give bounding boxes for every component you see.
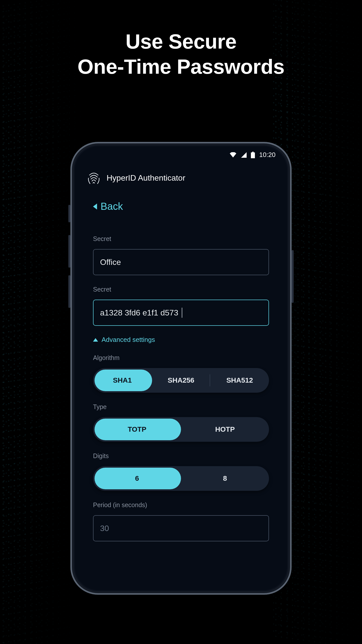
phone-side-button <box>292 250 294 303</box>
form-content: Back Secret Office Secret a1328 3fd6 e1f… <box>93 197 269 590</box>
period-input[interactable]: 30 <box>93 515 269 541</box>
advanced-label: Advanced settings <box>102 336 155 344</box>
promo-headline-line2: One-Time Passwords <box>77 55 284 78</box>
phone-frame: 10:20 HyperID Authenticator <box>70 142 292 595</box>
back-button[interactable]: Back <box>93 201 123 212</box>
secret-value: a1328 3fd6 e1f1 d573 <box>100 308 178 317</box>
algorithm-option-sha512[interactable]: SHA512 <box>210 368 269 393</box>
field-label-algorithm: Algorithm <box>93 354 269 361</box>
chevron-up-icon <box>93 338 98 342</box>
phone-screen: 10:20 HyperID Authenticator <box>75 146 287 590</box>
digits-selector: 6 8 <box>93 466 269 491</box>
fingerprint-icon <box>86 171 101 185</box>
algorithm-selector: SHA1 SHA256 SHA512 <box>93 368 269 393</box>
type-option-hotp[interactable]: HOTP <box>181 417 269 442</box>
wifi-icon <box>230 152 237 158</box>
field-label-name: Secret <box>93 235 269 243</box>
period-value: 30 <box>100 524 109 533</box>
digits-option-6[interactable]: 6 <box>93 466 181 491</box>
algorithm-option-sha1[interactable]: SHA1 <box>93 368 152 393</box>
phone-side-button <box>68 235 70 268</box>
phone-side-button <box>68 275 70 308</box>
text-cursor <box>182 308 182 318</box>
promo-headline: Use Secure One-Time Passwords <box>0 29 362 79</box>
field-label-type: Type <box>93 403 269 411</box>
field-label-secret: Secret <box>93 286 269 293</box>
status-time: 10:20 <box>259 151 276 159</box>
chevron-left-icon <box>93 204 97 210</box>
cellular-icon <box>241 152 247 158</box>
svg-rect-1 <box>251 152 255 158</box>
name-value: Office <box>100 258 121 267</box>
app-title: HyperID Authenticator <box>107 173 185 183</box>
digits-option-8[interactable]: 8 <box>181 466 269 491</box>
status-bar: 10:20 <box>230 151 276 159</box>
field-label-period: Period (in seconds) <box>93 501 269 509</box>
svg-rect-0 <box>252 152 254 152</box>
app-header: HyperID Authenticator <box>86 171 185 185</box>
phone-side-button <box>68 205 70 222</box>
secret-input[interactable]: a1328 3fd6 e1f1 d573 <box>93 300 269 326</box>
promo-headline-line1: Use Secure <box>125 30 237 53</box>
battery-icon <box>251 152 255 158</box>
type-option-totp[interactable]: TOTP <box>93 417 181 442</box>
algorithm-option-sha256[interactable]: SHA256 <box>152 368 210 393</box>
name-input[interactable]: Office <box>93 249 269 275</box>
advanced-settings-toggle[interactable]: Advanced settings <box>93 336 155 344</box>
back-label: Back <box>101 201 123 212</box>
field-label-digits: Digits <box>93 452 269 460</box>
type-selector: TOTP HOTP <box>93 417 269 442</box>
